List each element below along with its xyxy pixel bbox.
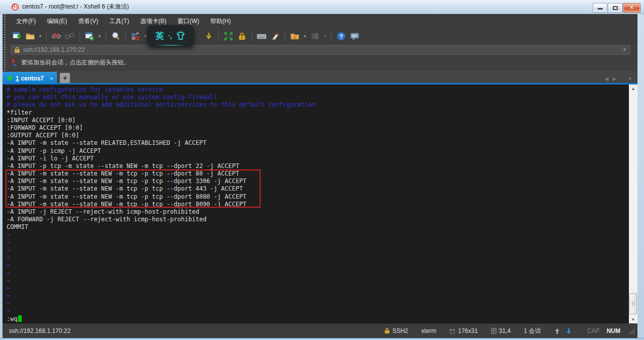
download-arrow-blue-icon (566, 328, 572, 334)
num-lock-indicator: NUM (607, 327, 620, 334)
xshell-logo-icon (11, 3, 19, 11)
terminal-area[interactable]: # sample configuration for iptables serv… (3, 84, 637, 323)
address-bar: ssh://192.168.1.170:22 ▼ (3, 44, 637, 55)
terminal-line: ~ (7, 285, 629, 292)
fullscreen-button[interactable] (222, 30, 234, 42)
toolbar-separator (125, 31, 126, 41)
minimize-icon (598, 8, 603, 10)
caps-lock-indicator: CAP (587, 327, 600, 334)
close-icon: ✕ (623, 4, 640, 12)
new-file-transfer-button[interactable] (289, 30, 301, 42)
session-connected-dot (8, 76, 12, 80)
terminal-line: ~ (7, 231, 629, 239)
chat-bubble-icon (350, 31, 360, 41)
terminal-line: ~ (7, 262, 629, 269)
scrollbar-thumb[interactable] (629, 293, 637, 314)
terminal-lines: # sample configuration for iptables serv… (3, 84, 629, 323)
menu-bar: 文件(F)编辑(E)查看(V)工具(T)选项卡(B)窗口(W)帮助(H) (3, 14, 637, 28)
info-bar: 要添加当前会话，点击左侧的箭头按钮。 (3, 55, 637, 70)
lock-icon (237, 32, 247, 41)
terminal-line: ~ (7, 239, 629, 246)
toolbar-separator (218, 31, 219, 41)
maximize-button[interactable] (608, 3, 622, 13)
highlight-pen-button[interactable] (269, 30, 281, 42)
session-properties-dropdown[interactable]: ▼ (97, 30, 102, 42)
minimize-button[interactable] (593, 3, 607, 13)
reconnect-button[interactable] (64, 30, 76, 42)
tab-list-dropdown-icon[interactable]: ▼ (627, 76, 632, 81)
tile-layout-dropdown[interactable]: ▼ (323, 30, 328, 42)
terminal-line: -A INPUT -p tcp -m state --state NEW -m … (7, 162, 629, 170)
menu-item[interactable]: 帮助(H) (205, 15, 236, 28)
terminal-line: -A INPUT -i lo -j ACCEPT (7, 155, 629, 162)
terminal-scrollbar[interactable]: ▲ ▼ (629, 84, 637, 323)
virtual-keyboard-button[interactable] (256, 30, 268, 42)
terminal-line: ~ (7, 307, 629, 315)
toolbar: ▼ ▼ (3, 28, 637, 44)
menu-item[interactable]: 文件(F) (11, 15, 41, 28)
address-input[interactable]: ssh://192.168.1.170:22 ▼ (11, 45, 630, 55)
feedback-button[interactable] (349, 30, 361, 42)
disconnect-button[interactable] (50, 30, 62, 42)
terminal-line: -A INPUT -m state --state RELATED,ESTABL… (7, 139, 629, 147)
tab-close-icon[interactable]: × (50, 75, 53, 81)
help-button[interactable]: ? (335, 30, 347, 42)
toolbar-separator (106, 31, 106, 41)
terminal-line: -A INPUT -m state --state NEW -m tcp -p … (7, 201, 629, 208)
scrollbar-down-icon[interactable]: ▼ (629, 315, 637, 323)
status-url: ssh://192.168.1.170:22 (9, 327, 371, 334)
tab-number: 1 (16, 75, 19, 82)
download-button[interactable] (203, 30, 215, 42)
app-frame: 文件(F)编辑(E)查看(V)工具(T)选项卡(B)窗口(W)帮助(H) ▼ (3, 14, 637, 338)
resize-grip[interactable] (628, 328, 634, 334)
terminal-line: ~ (7, 277, 629, 285)
lock-screen-button[interactable] (236, 30, 248, 42)
terminal-line: :INPUT ACCEPT [0:0] (7, 117, 629, 124)
terminal-line: -A FORWARD -j REJECT --reject-with icmp-… (7, 216, 629, 223)
download-status-button[interactable] (566, 328, 572, 334)
terminal-line: # please do not ask us to add additional… (7, 101, 629, 109)
status-cursor-position: 31,4 (491, 327, 511, 334)
ime-language-mode[interactable]: 英 (155, 30, 164, 42)
new-file-transfer-dropdown[interactable]: ▼ (302, 30, 307, 42)
tile-layout-button[interactable] (309, 30, 321, 42)
tab-bar: 1 centos7 × + ◀ ▶ ▼ (3, 70, 637, 84)
address-dropdown-icon[interactable]: ▼ (622, 47, 627, 52)
status-lock-icon (384, 328, 390, 334)
scrollbar-up-icon[interactable]: ▲ (629, 84, 637, 93)
menu-item[interactable]: 工具(T) (104, 15, 134, 28)
color-scheme-button[interactable] (129, 30, 141, 42)
new-session-button[interactable] (11, 30, 23, 42)
toolbar-dock-grip[interactable] (4, 14, 6, 70)
maximize-icon (613, 6, 618, 10)
menu-item[interactable]: 查看(V) (72, 15, 104, 28)
ime-punctuation-icon[interactable]: ·, (168, 32, 172, 40)
status-terminal-type: xterm (421, 327, 436, 334)
session-properties-button[interactable] (84, 30, 96, 42)
help-icon: ? (336, 31, 346, 41)
title-bar[interactable]: centos7 - root@test:/ - Xshell 6 (未激活) ✕ (0, 0, 644, 14)
fullscreen-icon (223, 31, 233, 41)
status-bar: ssh://192.168.1.170:22 SSH2 xterm 176x31 (3, 323, 637, 338)
upload-button[interactable] (554, 328, 560, 334)
open-session-dropdown[interactable]: ▼ (38, 30, 43, 42)
find-button[interactable] (110, 30, 122, 42)
open-session-button[interactable] (24, 30, 36, 42)
close-button[interactable]: ✕ (623, 3, 640, 13)
menu-item[interactable]: 编辑(E) (41, 15, 72, 28)
terminal-line: ~ (7, 270, 629, 277)
add-session-flag-icon (11, 59, 18, 66)
terminal-line: ~ (7, 254, 629, 262)
terminal-line: -A INPUT -m state --state NEW -m tcp -p … (7, 185, 629, 193)
tile-layout-icon (310, 31, 320, 41)
terminal-line: -A INPUT -m state --state NEW -m tcp -p … (7, 193, 629, 201)
tab-scroll-left-icon[interactable]: ◀ (605, 76, 609, 81)
new-tab-button[interactable]: + (60, 73, 70, 83)
tab-scroll-right-icon[interactable]: ▶ (612, 76, 616, 81)
ime-status-popup[interactable]: 英 ·, (147, 25, 194, 46)
disconnect-icon (51, 31, 61, 41)
session-properties-icon (85, 31, 95, 41)
terminal-line: -A INPUT -m state --state NEW -m tcp -p … (7, 170, 629, 178)
menu-bar-items: 文件(F)编辑(E)查看(V)工具(T)选项卡(B)窗口(W)帮助(H) (11, 15, 236, 28)
ime-skin-shirt-icon[interactable] (176, 31, 186, 40)
